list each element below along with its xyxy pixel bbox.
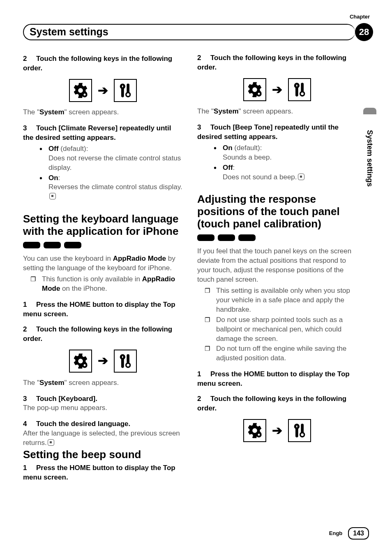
wrench-icon bbox=[114, 79, 137, 102]
arrow-right-icon: ➔ bbox=[272, 81, 282, 98]
section-keyboard-title: Setting the keyboard language with the a… bbox=[23, 213, 182, 238]
beep-step-1: 1Press the HOME button to display the To… bbox=[23, 463, 182, 482]
pill-icon bbox=[44, 242, 61, 248]
pill-icon bbox=[218, 234, 235, 241]
kbd-step-4: 4Touch the desired language. bbox=[23, 419, 182, 429]
note-engine: Do not turn off the engine while saving … bbox=[205, 344, 357, 363]
page-footer: Engb 143 bbox=[329, 527, 369, 540]
pill-icon bbox=[238, 234, 256, 241]
section-beep-title: Setting the beep sound bbox=[23, 449, 182, 461]
keyboard-desc: You can use the keyboard in AppRadio Mod… bbox=[23, 254, 182, 273]
note-appradio: This function is only available in AppRa… bbox=[30, 275, 182, 294]
pill-icon bbox=[197, 234, 214, 241]
calibration-desc: If you feel that the touch panel keys on… bbox=[197, 247, 357, 285]
option-off: Off (default): Does not reverse the clim… bbox=[39, 144, 182, 173]
end-icon bbox=[298, 174, 304, 180]
wrench-icon bbox=[114, 350, 137, 373]
footer-page: 143 bbox=[348, 527, 369, 540]
arrow-right-icon: ➔ bbox=[98, 352, 108, 369]
settings-gear-icon bbox=[243, 419, 266, 442]
page-title: System settings bbox=[23, 24, 355, 40]
content-columns: 2Touch the following keys in the followi… bbox=[23, 53, 357, 519]
settings-gear-icon bbox=[69, 79, 92, 102]
pill-icon bbox=[23, 242, 40, 248]
side-tab-cap bbox=[363, 108, 376, 114]
kbd-step-3-desc: The pop-up menu appears. bbox=[23, 403, 182, 413]
svg-point-1 bbox=[83, 93, 85, 95]
kbd-step-4-desc: After the language is selected, the prev… bbox=[23, 429, 182, 448]
section-calibration-title: Adjusting the response positions of the … bbox=[197, 193, 357, 230]
wrench-icon bbox=[288, 419, 311, 442]
cal-step-1: 1Press the HOME button to display the To… bbox=[197, 370, 357, 389]
svg-point-3 bbox=[83, 364, 85, 366]
option-on: On: Reverses the climate control status … bbox=[39, 174, 182, 202]
option-off: Off: Does not sound a beep. bbox=[214, 163, 357, 182]
end-icon bbox=[48, 439, 54, 446]
kbd-step-3: 3Touch [Keyboard]. bbox=[23, 394, 182, 404]
kbd-step-2: 2Touch the following keys in the followi… bbox=[23, 325, 182, 344]
beep-step-2: 2Touch the following keys in the followi… bbox=[197, 53, 357, 72]
arrow-right-icon: ➔ bbox=[272, 422, 282, 439]
arrow-right-icon: ➔ bbox=[98, 82, 108, 99]
icon-sequence: ➔ bbox=[23, 350, 182, 373]
wrench-icon bbox=[288, 78, 311, 101]
settings-gear-icon bbox=[69, 350, 92, 373]
icon-sequence: ➔ bbox=[197, 78, 357, 101]
icon-sequence: ➔ bbox=[197, 419, 357, 442]
step-3-head: 3Touch [Climate Reverse] repeatedly unti… bbox=[23, 124, 182, 143]
footer-lang: Engb bbox=[329, 530, 343, 537]
system-caption: The "System" screen appears. bbox=[197, 107, 357, 116]
note-safe-place: This setting is available only when you … bbox=[205, 286, 357, 315]
svg-point-5 bbox=[258, 93, 260, 95]
end-icon bbox=[49, 193, 56, 199]
note-sharp-tools: Do not use sharp pointed tools such as a… bbox=[205, 315, 357, 344]
svg-point-7 bbox=[258, 434, 260, 436]
system-caption: The "System" screen appears. bbox=[23, 108, 182, 117]
settings-gear-icon bbox=[243, 78, 266, 101]
chapter-badge: 28 bbox=[355, 23, 373, 41]
cal-step-2: 2Touch the following keys in the followi… bbox=[197, 394, 357, 413]
beep-step-3: 3Touch [Beep Tone] repeatedly until the … bbox=[197, 123, 357, 142]
chapter-label: Chapter bbox=[350, 13, 370, 21]
side-tab: System settings bbox=[363, 115, 376, 202]
model-pills bbox=[23, 242, 182, 248]
model-pills bbox=[197, 234, 357, 241]
step-2-head: 2Touch the following keys in the followi… bbox=[23, 54, 182, 73]
kbd-step-1: 1Press the HOME button to display the To… bbox=[23, 300, 182, 319]
option-on: On (default): Sounds a beep. bbox=[214, 144, 357, 162]
system-caption: The "System" screen appears. bbox=[23, 378, 182, 388]
icon-sequence: ➔ bbox=[23, 79, 182, 102]
pill-icon bbox=[64, 242, 81, 248]
